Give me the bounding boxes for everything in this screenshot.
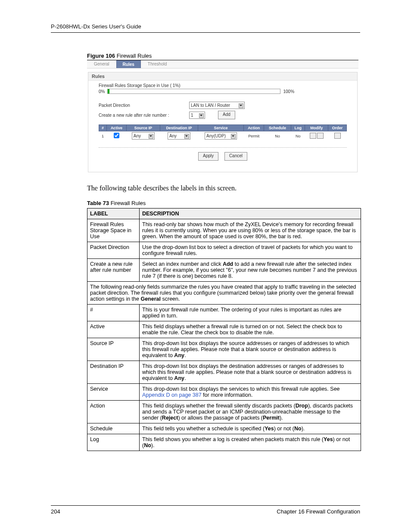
text: This field displays whether the firewall… bbox=[142, 403, 296, 409]
label-cell: Log bbox=[87, 434, 140, 451]
running-head: P-2608HWL-Dx Series User's Guide bbox=[51, 23, 360, 33]
bold-text: Any bbox=[174, 375, 184, 381]
figure-title: Firewall Rules bbox=[115, 53, 152, 59]
text: ) or allows the passage of packets ( bbox=[178, 415, 263, 421]
rules-panel: Rules Firewall Rules Storage Space in Us… bbox=[88, 72, 358, 172]
desc-cell: This drop-down list box displays the des… bbox=[140, 361, 361, 384]
move-icon[interactable] bbox=[334, 133, 341, 139]
page-number: 204 bbox=[51, 508, 60, 515]
link-appendix-d[interactable]: Appendix D on page 387 bbox=[142, 392, 202, 398]
figure-caption: Figure 106 Firewall Rules bbox=[87, 53, 360, 59]
cancel-button[interactable]: Cancel bbox=[224, 152, 247, 161]
screenshot-firewall-rules: General Rules Threshold Rules Firewall R… bbox=[87, 60, 358, 172]
bar-100-label: 100% bbox=[283, 89, 294, 94]
cell-modify bbox=[305, 131, 328, 141]
table-row: Source IP This drop-down list box displa… bbox=[87, 338, 361, 361]
bold-text: Yes bbox=[324, 436, 333, 442]
rule-number-select[interactable]: 1 bbox=[189, 112, 205, 119]
panel-title: Rules bbox=[88, 72, 357, 81]
bold-text: Permit bbox=[263, 415, 280, 421]
active-checkbox[interactable] bbox=[114, 133, 119, 138]
bold-text: Reject bbox=[162, 415, 178, 421]
tab-rules[interactable]: Rules bbox=[116, 60, 141, 68]
packet-direction-value: LAN to LAN / Router bbox=[191, 102, 230, 109]
dropdown-icon bbox=[199, 113, 204, 118]
dropdown-icon bbox=[184, 134, 189, 139]
label-cell: Schedule bbox=[87, 423, 140, 434]
desc-cell: This is your firewall rule number. The o… bbox=[140, 305, 361, 321]
bold-text: No bbox=[144, 442, 151, 448]
add-button[interactable]: Add bbox=[218, 111, 235, 119]
edit-icon[interactable] bbox=[310, 133, 316, 139]
desc-cell: Select an index number and click Add to … bbox=[140, 259, 361, 282]
desc-cell: This field shows you whether a log is cr… bbox=[140, 434, 361, 451]
text: This drop-down list box displays the des… bbox=[142, 363, 352, 381]
text: This drop-down list box displays the sou… bbox=[142, 340, 349, 358]
tab-general[interactable]: General bbox=[88, 60, 115, 68]
desc-cell: This field displays whether a firewall r… bbox=[140, 321, 361, 338]
dest-ip-value: Any bbox=[169, 133, 177, 139]
cell-service: Any(UDP) bbox=[198, 131, 243, 141]
label-cell: # bbox=[87, 305, 140, 321]
source-ip-select[interactable]: Any bbox=[132, 132, 155, 140]
apply-button[interactable]: Apply bbox=[198, 152, 218, 161]
text: . bbox=[184, 352, 186, 358]
table-row: Create a new rule after rule number Sele… bbox=[87, 259, 361, 282]
bold-text: No bbox=[294, 426, 302, 432]
dest-ip-select[interactable]: Any bbox=[168, 132, 190, 140]
packet-direction-select[interactable]: LAN to LAN / Router bbox=[189, 102, 245, 109]
label-cell: Destination IP bbox=[87, 361, 140, 384]
label-cell: Firewall Rules Storage Space in Use bbox=[87, 219, 140, 242]
col-service: Service bbox=[198, 125, 243, 131]
col-log: Log bbox=[291, 125, 305, 131]
bold-text: Any bbox=[174, 352, 184, 358]
cell-active bbox=[106, 131, 126, 141]
bold-text: Yes bbox=[265, 426, 274, 432]
service-value: Any(UDP) bbox=[206, 133, 226, 139]
head-desc: DESCRIPTION bbox=[140, 208, 361, 219]
desc-cell: This read-only bar shows how much of the… bbox=[140, 219, 361, 242]
tab-threshold[interactable]: Threshold bbox=[142, 60, 173, 68]
storage-usage-label: Firewall Rules Storage Space in Use ( 1%… bbox=[99, 83, 347, 88]
table-row: Log This field shows you whether a log i… bbox=[87, 434, 361, 451]
label-cell: Service bbox=[87, 384, 140, 401]
col-dest: Destination IP bbox=[160, 125, 198, 131]
chapter-title: Chapter 16 Firewall Configuration bbox=[277, 508, 360, 515]
text: ). bbox=[280, 415, 283, 421]
table-row: Schedule This field tells you whether a … bbox=[87, 423, 361, 434]
col-schedule: Schedule bbox=[264, 125, 291, 131]
table-row: Firewall Rules Storage Space in Use This… bbox=[87, 219, 361, 242]
table-row: The following read-only fields summarize… bbox=[87, 282, 361, 305]
dropdown-icon bbox=[231, 134, 236, 139]
text: screen. bbox=[161, 296, 180, 302]
text: Select an index number and click bbox=[142, 261, 223, 267]
full-width-cell: The following read-only fields summarize… bbox=[87, 282, 361, 305]
cell-order bbox=[328, 131, 347, 141]
cell-schedule: No bbox=[264, 131, 291, 141]
service-select[interactable]: Any(UDP) bbox=[205, 132, 237, 140]
col-modify: Modify bbox=[305, 125, 328, 131]
divider bbox=[99, 147, 347, 148]
firewall-rules-table: # Active Source IP Destination IP Servic… bbox=[99, 124, 347, 140]
col-action: Action bbox=[244, 125, 264, 131]
text: . bbox=[184, 375, 186, 381]
cell-action: Permit bbox=[244, 131, 264, 141]
delete-icon[interactable] bbox=[317, 133, 324, 139]
table-row: Active This field displays whether a fir… bbox=[87, 321, 361, 338]
table-row: Action This field displays whether the f… bbox=[87, 401, 361, 423]
source-ip-value: Any bbox=[134, 133, 141, 139]
cell-source: Any bbox=[126, 131, 160, 141]
table-row: Destination IP This drop-down list box d… bbox=[87, 361, 361, 384]
table-title: Firewall Rules bbox=[109, 200, 146, 206]
col-source: Source IP bbox=[126, 125, 160, 131]
label-cell: Packet Direction bbox=[87, 242, 140, 259]
head-label: LABEL bbox=[87, 208, 140, 219]
col-num: # bbox=[99, 125, 107, 131]
label-cell: Action bbox=[87, 401, 140, 423]
bold-text: Add bbox=[223, 261, 233, 267]
table-caption: Table 73 Firewall Rules bbox=[87, 200, 360, 206]
page-footer: 204 Chapter 16 Firewall Configuration bbox=[51, 505, 360, 515]
rule-number-value: 1 bbox=[191, 112, 193, 118]
bar-0-label: 0% bbox=[99, 89, 105, 94]
storage-bar bbox=[107, 89, 280, 94]
